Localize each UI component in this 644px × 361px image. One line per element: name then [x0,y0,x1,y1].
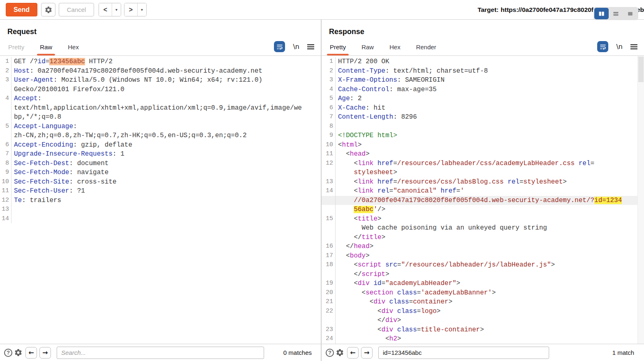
layout-columns-icon [598,10,605,17]
code-line[interactable]: </script> [322,270,644,279]
search-help-button[interactable]: ? [3,348,13,358]
code-line[interactable]: stylesheet> [322,168,644,177]
gear-icon [44,6,53,14]
search-next-button[interactable]: → [361,347,373,359]
response-editor[interactable]: 1HTTP/2 200 OK2Content-Type: text/html; … [322,56,644,344]
code-line[interactable]: 8 [322,122,644,131]
send-settings-button[interactable] [41,3,55,16]
code-line[interactable]: 18 <script src="/resources/labheader/js/… [322,260,644,270]
forward-button[interactable]: > [124,3,138,16]
layout-rows-icon [612,10,619,17]
code-line[interactable]: 6Accept-Encoding: gzip, deflate [0,140,321,150]
code-line[interactable]: 56abc'/> [322,205,644,214]
code-line[interactable]: 6X-Cache: hit [322,103,644,113]
code-line[interactable]: 1GET /?id=123456abc HTTP/2 [0,57,321,67]
cancel-button[interactable]: Cancel [59,3,94,16]
word-wrap-toggle[interactable] [597,41,608,52]
code-line[interactable]: 3X-Frame-Options: SAMEORIGIN [322,76,644,85]
code-line[interactable]: 15 <title> [322,214,644,224]
code-line[interactable]: 20 <section class='academyLabBanner'> [322,288,644,298]
code-line[interactable]: 16 </head> [322,242,644,251]
target-label: Target: [478,6,499,14]
request-search-input[interactable] [57,347,264,359]
tab-response-raw[interactable]: Raw [361,44,374,55]
search-prev-button[interactable]: ← [25,347,37,359]
code-line[interactable]: Web cache poisoning via an unkeyed query… [322,223,644,233]
code-line[interactable]: 10<html> [322,140,644,150]
code-line[interactable]: 24 <h2> [322,334,644,344]
layout-columns-button[interactable] [594,8,609,19]
code-text [336,122,338,131]
code-line[interactable]: zh-CN,zh;q=0.8,zh-TW;q=0.7,zh-HK;q=0.5,e… [0,131,321,140]
code-line[interactable]: 13 [0,205,321,214]
code-line[interactable]: 4Accept: [0,94,321,103]
code-line[interactable]: 22 <div class=logo> [322,307,644,316]
code-line[interactable]: 10Sec-Fetch-Site: cross-site [0,177,321,187]
code-line[interactable]: 14 [0,214,321,224]
code-line[interactable]: 9<!DOCTYPE html> [322,131,644,140]
line-number [322,223,336,233]
code-line[interactable]: 13 <link href=/resources/css/labsBlog.cs… [322,177,644,187]
word-wrap-toggle[interactable] [274,41,285,52]
forward-history-dropdown[interactable]: ▾ [138,3,146,16]
code-line[interactable]: Gecko/20100101 Firefox/121.0 [0,85,321,94]
code-line[interactable]: 3User-Agent: Mozilla/5.0 (Windows NT 10.… [0,76,321,85]
line-number: 24 [322,334,336,344]
code-line[interactable]: </div> [322,316,644,325]
tab-response-pretty[interactable]: Pretty [330,44,346,55]
tab-request-raw[interactable]: Raw [40,44,52,55]
code-text: <head> [336,149,370,159]
code-line[interactable]: bp,*/*;q=0.8 [0,113,321,122]
code-line[interactable]: </title> [322,233,644,242]
code-line[interactable]: 17 <body> [322,251,644,261]
response-scrollbar[interactable] [637,56,644,344]
code-line[interactable]: 12Te: trailers [0,196,321,205]
search-help-button[interactable]: ? [325,348,335,358]
line-number: 18 [322,260,336,270]
response-search-input[interactable] [378,347,549,359]
code-line[interactable]: 8Sec-Fetch-Dest: document [0,159,321,168]
back-history-dropdown[interactable]: ▾ [112,3,121,16]
code-line[interactable]: 21 <div class=container> [322,297,644,307]
tab-request-pretty[interactable]: Pretty [8,44,24,55]
code-line[interactable]: 11 <head> [322,149,644,159]
request-editor[interactable]: 1GET /?id=123456abc HTTP/22Host: 0a2700f… [0,56,321,344]
code-line[interactable]: 23 <div class=title-container> [322,325,644,335]
layout-switcher [593,7,638,20]
request-searchbar: ? ← → 0 matches [0,344,321,361]
code-line[interactable]: 14 <link rel="canonical" href=' [322,186,644,196]
search-next-button[interactable]: → [39,347,51,359]
code-line[interactable]: 4Cache-Control: max-age=35 [322,85,644,94]
editor-menu-button[interactable] [307,44,314,50]
send-button[interactable]: Send [6,3,37,16]
code-line[interactable]: 11Sec-Fetch-User: ?1 [0,186,321,196]
code-line[interactable]: 19 <div id="academyLabHeader"> [322,279,644,288]
code-line[interactable]: 1HTTP/2 200 OK [322,57,644,67]
show-newlines-toggle[interactable]: \n [293,43,299,51]
code-line[interactable]: text/html,application/xhtml+xml,applicat… [0,103,321,113]
editor-menu-button[interactable] [630,44,637,50]
tab-request-hex[interactable]: Hex [68,44,79,55]
code-line[interactable]: 7Content-Length: 8296 [322,113,644,122]
code-line[interactable]: 12 <link href=/resources/labheader/css/a… [322,159,644,168]
show-newlines-toggle[interactable]: \n [616,43,623,51]
tab-response-hex[interactable]: Hex [389,44,400,55]
search-settings-button[interactable] [335,348,345,358]
code-line[interactable]: //0a2700fe047a179c8020f8ef005f004d.web-s… [322,196,644,205]
code-line[interactable]: 7Upgrade-Insecure-Requests: 1 [0,149,321,159]
code-line[interactable]: 5Accept-Language: [0,122,321,131]
back-button[interactable]: < [99,3,112,16]
tab-response-render[interactable]: Render [416,44,436,55]
code-line[interactable]: 2Host: 0a2700fe047a179c8020f8ef005f004d.… [0,67,321,76]
layout-single-button[interactable] [623,8,637,19]
code-line[interactable]: 2Content-Type: text/html; charset=utf-8 [322,67,644,76]
code-line[interactable]: 5Age: 2 [322,94,644,103]
search-settings-button[interactable] [13,348,23,358]
layout-rows-button[interactable] [609,8,623,19]
word-wrap-icon [276,43,283,51]
code-line[interactable]: 9Sec-Fetch-Mode: navigate [0,168,321,177]
line-number: 21 [322,297,336,307]
search-prev-button[interactable]: ← [347,347,359,359]
scrollbar-thumb[interactable] [638,57,644,82]
line-number: 3 [0,76,12,85]
